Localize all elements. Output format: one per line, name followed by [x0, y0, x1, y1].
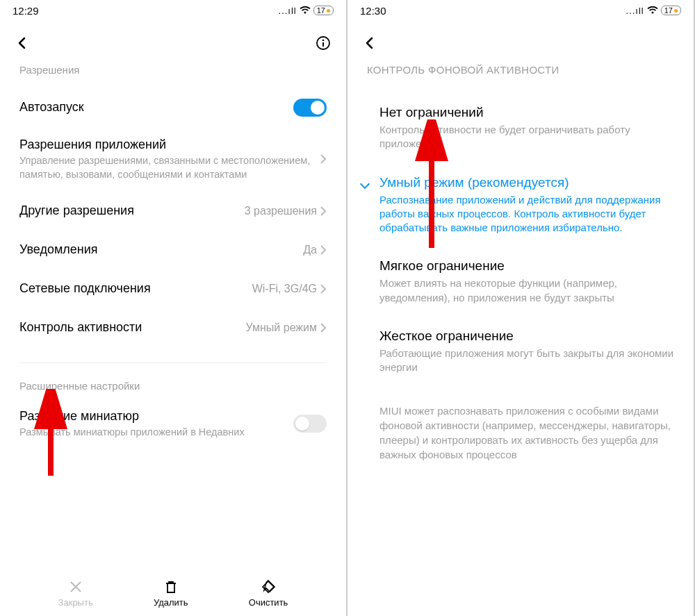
- section-header-permissions: Разрешения: [0, 58, 346, 88]
- option-smart-mode-title: Умный режим (рекомендуется): [379, 175, 674, 190]
- row-app-permissions[interactable]: Разрешения приложений Управление разреше…: [0, 127, 346, 192]
- delete-button[interactable]: Удалить: [154, 579, 188, 608]
- clear-button[interactable]: Очистить: [249, 579, 288, 608]
- battery-icon: 17: [661, 6, 681, 15]
- option-no-restrictions-title: Нет ограничений: [379, 105, 674, 120]
- row-autostart-label: Автозапуск: [19, 99, 84, 115]
- top-bar: [348, 21, 694, 58]
- status-bar: 12:29 ...ıll 17: [0, 0, 346, 21]
- row-app-permissions-desc: Управление разрешениями, связанными с ме…: [19, 154, 311, 181]
- row-blur-label: Размытие миниатюр: [19, 408, 285, 424]
- row-other-permissions-label: Другие разрешения: [19, 203, 134, 219]
- row-network-label: Сетевые подключения: [19, 281, 244, 297]
- status-right: ...ıll 17: [626, 6, 681, 16]
- row-other-permissions[interactable]: Другие разрешения 3 разрешения: [0, 192, 346, 231]
- option-no-restrictions[interactable]: Нет ограничений Контроль активности не б…: [348, 94, 694, 164]
- option-smart-mode-desc: Распознавание приложений и действий для …: [379, 193, 674, 235]
- row-network[interactable]: Сетевые подключения Wi-Fi, 3G/4G: [0, 269, 346, 308]
- chevron-right-icon: [320, 322, 327, 333]
- option-soft-restriction-desc: Может влиять на некоторые функции (напри…: [379, 276, 674, 305]
- section-header-advanced: Расширенные настройки: [0, 369, 346, 399]
- option-soft-restriction[interactable]: Мягкое ограничение Может влиять на некот…: [348, 247, 694, 317]
- chevron-right-icon: [320, 283, 327, 294]
- svg-point-1: [322, 40, 325, 42]
- status-bar: 12:30 ...ıll 17: [348, 0, 694, 21]
- option-hard-restriction-desc: Работающие приложения могут быть закрыты…: [379, 347, 674, 375]
- chevron-right-icon: [320, 244, 327, 256]
- toggle-autostart[interactable]: [293, 99, 327, 117]
- status-time: 12:30: [360, 5, 386, 17]
- option-no-restrictions-desc: Контроль активности не будет ограничиват…: [379, 123, 674, 151]
- toggle-blur[interactable]: [293, 415, 327, 433]
- wifi-icon: [647, 6, 658, 15]
- phone-screen-permissions: 12:29 ...ıll 17 Разрешения Автозапуск Ра…: [0, 0, 348, 616]
- close-icon: [68, 579, 83, 594]
- row-notifications-value: Да: [303, 244, 317, 256]
- miui-footnote: MIUI может распознавать приложения с осо…: [348, 387, 694, 462]
- eraser-icon: [261, 579, 276, 594]
- section-header-bg-activity: КОНТРОЛЬ ФОНОВОЙ АКТИВНОСТИ: [348, 58, 694, 94]
- top-bar: [0, 21, 346, 58]
- chevron-right-icon: [320, 153, 327, 165]
- svg-rect-2: [322, 42, 324, 47]
- row-activity-control[interactable]: Контроль активности Умный режим: [0, 308, 346, 347]
- row-activity-control-label: Контроль активности: [19, 319, 238, 335]
- divider: [19, 363, 327, 363]
- row-activity-control-value: Умный режим: [246, 322, 317, 334]
- option-soft-restriction-title: Мягкое ограничение: [379, 258, 674, 274]
- bottom-action-bar: Закрыть Удалить Очистить: [0, 572, 346, 616]
- row-network-value: Wi-Fi, 3G/4G: [252, 283, 317, 295]
- back-button[interactable]: [363, 36, 377, 50]
- status-right: ...ıll 17: [279, 6, 334, 16]
- info-button[interactable]: [316, 35, 331, 51]
- status-time: 12:29: [13, 5, 39, 17]
- signal-icon: ...ıll: [279, 6, 297, 16]
- trash-icon: [163, 579, 179, 594]
- wifi-icon: [300, 6, 311, 15]
- option-hard-restriction-title: Жесткое ограничение: [379, 328, 674, 344]
- signal-icon: ...ıll: [626, 6, 644, 16]
- option-smart-mode[interactable]: Умный режим (рекомендуется) Распознавани…: [348, 164, 694, 248]
- row-notifications-label: Уведомления: [19, 242, 98, 258]
- close-button[interactable]: Закрыть: [58, 579, 93, 608]
- option-hard-restriction[interactable]: Жесткое ограничение Работающие приложени…: [348, 317, 694, 388]
- row-autostart[interactable]: Автозапуск: [0, 88, 346, 127]
- chevron-right-icon: [320, 206, 327, 217]
- row-blur-desc: Размывать миниатюры приложений в Недавни…: [19, 426, 285, 440]
- row-app-permissions-label: Разрешения приложений: [19, 137, 311, 153]
- row-other-permissions-value: 3 разрешения: [245, 205, 317, 217]
- phone-screen-background-activity: 12:30 ...ıll 17 КОНТРОЛЬ ФОНОВОЙ АКТИВНО…: [348, 0, 695, 616]
- row-blur-thumbnails[interactable]: Размытие миниатюр Размывать миниатюры пр…: [0, 399, 346, 442]
- back-button[interactable]: [15, 36, 29, 50]
- battery-icon: 17: [313, 6, 334, 15]
- row-notifications[interactable]: Уведомления Да: [0, 231, 346, 269]
